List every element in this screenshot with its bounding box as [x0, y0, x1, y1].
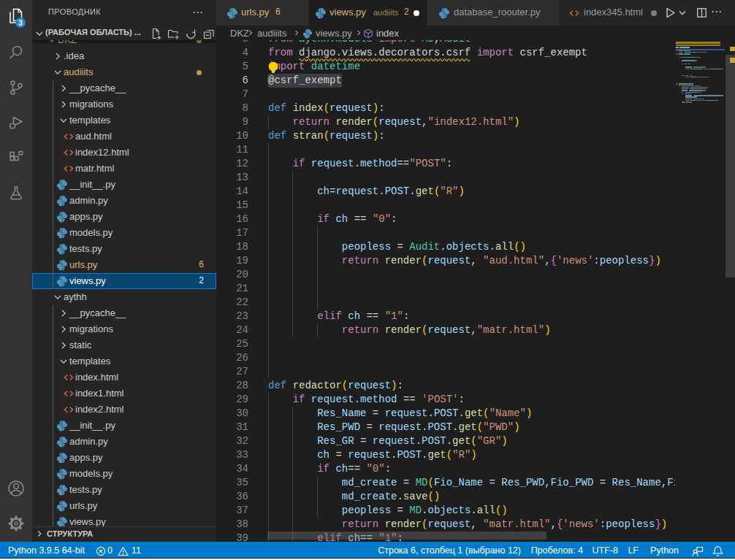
- svg-text:3: 3: [18, 19, 23, 27]
